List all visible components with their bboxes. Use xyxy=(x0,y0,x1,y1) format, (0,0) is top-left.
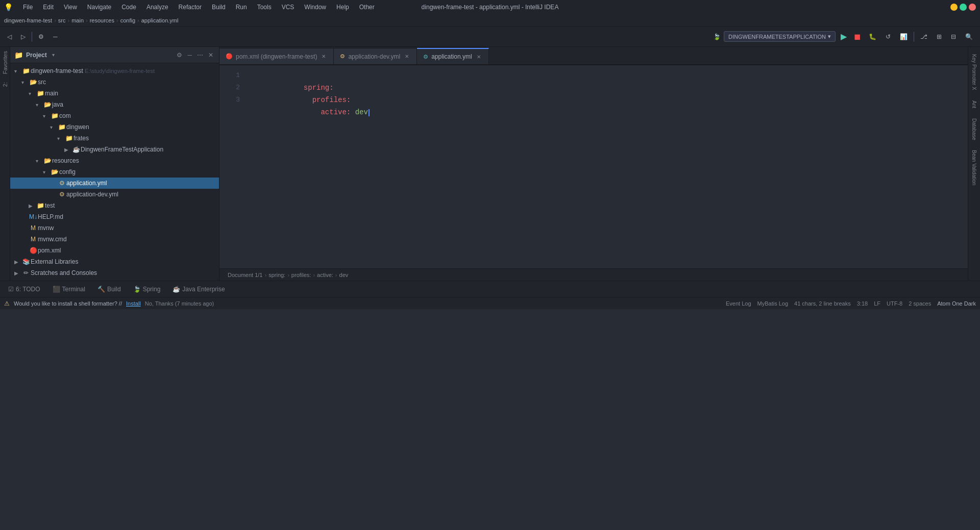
menu-code[interactable]: Code xyxy=(117,3,140,12)
tab-dev-yml-close[interactable]: ✕ xyxy=(403,53,410,60)
tab-pom-xml[interactable]: 🔴 pom.xml (dingwen-frame-test) ✕ xyxy=(219,48,334,64)
sbc-spring[interactable]: spring: xyxy=(268,272,285,278)
tree-config[interactable]: ▾ 📂 config xyxy=(10,166,219,178)
panel-collapse-icon[interactable]: ─ xyxy=(186,51,193,60)
java-file-icon: ☕ xyxy=(71,146,81,153)
run-button[interactable]: ▶ xyxy=(839,31,849,42)
menu-other[interactable]: Other xyxy=(355,3,379,12)
menu-refactor[interactable]: Refactor xyxy=(175,3,206,12)
code-active-key: active: xyxy=(304,108,355,116)
editor-scrollbar[interactable] xyxy=(962,65,968,268)
tree-mvnw-cmd[interactable]: M mvnw.cmd xyxy=(10,234,219,245)
spring-tab[interactable]: 🍃 Spring xyxy=(129,281,165,297)
tree-test[interactable]: ▶ 📁 test xyxy=(10,200,219,211)
menu-build[interactable]: Build xyxy=(208,3,230,12)
line-separator[interactable]: LF xyxy=(874,300,880,307)
code-content[interactable]: spring: profiles: active: dev xyxy=(244,65,962,268)
tree-com[interactable]: ▾ 📁 com xyxy=(10,110,219,121)
tab-app-yml[interactable]: ⚙ application.yml ✕ xyxy=(417,48,488,64)
menu-navigate[interactable]: Navigate xyxy=(83,3,115,12)
tab-app-yml-close[interactable]: ✕ xyxy=(475,53,482,60)
cursor-position[interactable]: 3:18 xyxy=(857,300,868,307)
tree-main[interactable]: ▾ 📁 main xyxy=(10,88,219,99)
theme-name[interactable]: Atom One Dark xyxy=(937,300,976,307)
key-promoter-label[interactable]: Key Promoter X xyxy=(970,51,978,93)
toolbar-collapse-button[interactable]: ─ xyxy=(50,31,61,42)
sbc-active[interactable]: active: xyxy=(317,272,333,278)
favorites-label[interactable]: Favorites xyxy=(0,47,10,78)
tab-pom-close[interactable]: ✕ xyxy=(320,53,327,60)
tree-help-md[interactable]: M↓ HELP.md xyxy=(10,211,219,222)
menu-help[interactable]: Help xyxy=(332,3,353,12)
tree-application-yml[interactable]: ⚙ application.yml xyxy=(10,178,219,189)
tree-dingwen[interactable]: ▾ 📁 dingwen xyxy=(10,121,219,133)
tree-mvnw[interactable]: M mvnw xyxy=(10,222,219,234)
bean-validation-label[interactable]: Bean Validation xyxy=(970,147,978,188)
bc-main[interactable]: main xyxy=(71,17,84,23)
minimize-button[interactable]: ─ xyxy=(950,4,958,11)
tree-main-class[interactable]: ▶ ☕ DingwenFrameTestApplication xyxy=(10,144,219,155)
code-editor[interactable]: 1 2 3 spring: profiles: active: dev xyxy=(219,65,968,268)
tree-frates[interactable]: ▾ 📁 frates xyxy=(10,133,219,144)
toolbar-settings-button[interactable]: ⚙ xyxy=(35,31,47,42)
test-arrow: ▶ xyxy=(29,203,36,209)
menu-view[interactable]: View xyxy=(60,3,81,12)
tree-resources[interactable]: ▾ 📂 resources xyxy=(10,155,219,166)
menu-bar: File Edit View Navigate Code Analyze Ref… xyxy=(19,3,379,12)
far-left-panel: Favorites 2: xyxy=(0,47,10,281)
coverage-button[interactable]: 📊 xyxy=(897,31,911,42)
install-link[interactable]: Install xyxy=(126,300,141,307)
debug-button[interactable]: 🐛 xyxy=(866,31,879,42)
menu-window[interactable]: Window xyxy=(300,3,330,12)
panel-gear-icon[interactable]: ⚙ xyxy=(175,51,184,60)
tree-application-dev-yml[interactable]: ⚙ application-dev.yml xyxy=(10,189,219,200)
encoding[interactable]: UTF-8 xyxy=(887,300,902,307)
reload-button[interactable]: ↺ xyxy=(883,31,894,42)
run-config-selector[interactable]: DINGWENFRAMETESTAPPLICATION ▾ xyxy=(724,31,836,42)
java-enterprise-tab[interactable]: ☕ Java Enterprise xyxy=(168,281,229,297)
toolbar-back-button[interactable]: ◁ xyxy=(4,31,15,42)
bc-config[interactable]: config xyxy=(120,17,135,23)
git-button[interactable]: ⎇ xyxy=(917,31,930,42)
panel-more-icon[interactable]: ⋯ xyxy=(195,51,205,60)
tab-app-dev-yml[interactable]: ⚙ application-dev.yml ✕ xyxy=(334,48,417,64)
build-tab[interactable]: 🔨 Build xyxy=(93,281,125,297)
menu-edit[interactable]: Edit xyxy=(39,3,58,12)
sbc-dev[interactable]: dev xyxy=(339,272,349,278)
menu-analyze[interactable]: Analyze xyxy=(142,3,173,12)
dropdown-icon[interactable]: ▾ xyxy=(52,52,55,58)
maximize-button[interactable]: □ xyxy=(960,4,967,11)
sbc-profiles[interactable]: profiles: xyxy=(291,272,311,278)
tree-java[interactable]: ▾ 📂 java xyxy=(10,99,219,110)
menu-run[interactable]: Run xyxy=(232,3,251,12)
find-button[interactable]: 🔍 xyxy=(962,31,976,42)
bc-src[interactable]: src xyxy=(58,17,66,23)
panel-hide-icon[interactable]: ✕ xyxy=(207,51,215,60)
tree-src[interactable]: ▾ 📂 src xyxy=(10,77,219,88)
bc-file[interactable]: application.yml xyxy=(141,17,179,23)
close-button[interactable]: ✕ xyxy=(969,4,976,11)
toolbar-forward-button[interactable]: ▷ xyxy=(18,31,29,42)
char-info: 41 chars, 2 line breaks xyxy=(794,300,851,307)
menu-vcs[interactable]: VCS xyxy=(278,3,299,12)
structure-label[interactable]: 2: xyxy=(0,78,10,91)
tree-root[interactable]: ▾ 📁 dingwen-frame-test E:\study\dingwen-… xyxy=(10,65,219,77)
bc-root[interactable]: dingwen-frame-test xyxy=(4,17,52,23)
database-label[interactable]: Database xyxy=(970,115,978,143)
tree-pom-xml[interactable]: 🔴 pom.xml xyxy=(10,245,219,256)
mybatis-log-btn[interactable]: MyBatis Log xyxy=(757,300,789,307)
todo-tab[interactable]: ☑ 6: TODO xyxy=(4,281,44,297)
layout-button[interactable]: ⊞ xyxy=(934,31,945,42)
stop-button[interactable]: ◼ xyxy=(852,31,863,42)
event-log-btn[interactable]: Event Log xyxy=(726,300,751,307)
terminal-tab[interactable]: ⬛ Terminal xyxy=(48,281,89,297)
menu-file[interactable]: File xyxy=(19,3,37,12)
bc-resources[interactable]: resources xyxy=(90,17,114,23)
menu-tools[interactable]: Tools xyxy=(253,3,276,12)
ant-label[interactable]: Ant xyxy=(970,97,978,111)
dismiss-text[interactable]: No, Thanks (7 minutes ago) xyxy=(145,300,214,307)
tree-scratches[interactable]: ▶ ✏ Scratches and Consoles xyxy=(10,267,219,279)
tree-external-libs[interactable]: ▶ 📚 External Libraries xyxy=(10,256,219,267)
split-button[interactable]: ⊟ xyxy=(948,31,959,42)
indent-setting[interactable]: 2 spaces xyxy=(909,300,931,307)
